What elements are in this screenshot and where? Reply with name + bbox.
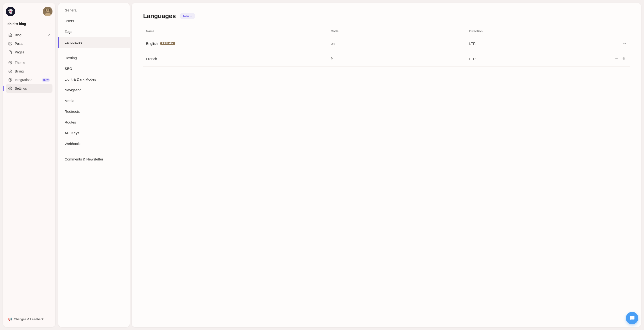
sidebar-item-label: Posts [15,42,23,46]
gear-icon [8,86,12,90]
col-actions [608,29,627,33]
svg-point-7 [10,62,11,63]
sidebar-item-label: Integrations [15,78,32,82]
blog-selector[interactable]: Ishini's blog ⌃ [6,20,52,28]
svg-point-16 [10,80,11,80]
sidebar-item-label: Billing [15,70,24,73]
pencil-icon [8,42,12,46]
main-header: Languages New + [143,12,630,20]
main-content: Languages New + Name Code Direction Engl… [132,3,641,327]
settings-item-comments[interactable]: Comments & Newsletter [58,154,130,164]
sidebar: 👻 Ishini's blog ⌃ Blog ↗ [3,3,55,327]
chevron-down-icon: ⌃ [49,22,52,26]
sidebar-item-label: Pages [15,50,24,54]
table-row: French fr LTR ✏ 🗑 [143,51,630,66]
delete-language-button[interactable]: 🗑 [621,56,627,62]
billing-icon [8,69,12,74]
integrations-icon [8,78,12,82]
settings-item-routes[interactable]: Routes [58,117,130,128]
changes-feedback-label: Changes & Feedback [14,317,44,321]
svg-point-15 [8,78,12,81]
sidebar-item-label: Blog [15,33,22,37]
settings-item-light-dark[interactable]: Light & Dark Modes [58,74,130,85]
col-direction: Direction [469,29,608,33]
svg-point-6 [8,61,12,64]
settings-item-api-keys[interactable]: API Keys [58,128,130,138]
blog-name: Ishini's blog [7,22,26,26]
settings-item-redirects[interactable]: Redirects [58,106,130,117]
sidebar-item-integrations[interactable]: Integrations NEW [6,76,52,84]
languages-table: Name Code Direction English PRIMARY en L… [143,29,630,66]
primary-badge: PRIMARY [160,42,175,45]
settings-divider [58,48,130,52]
language-name-cell: French [146,57,330,61]
edit-language-button[interactable]: ✏ [614,56,619,62]
sidebar-item-label: Theme [15,61,25,64]
table-row: English PRIMARY en LTR ✏ [143,36,630,51]
settings-item-seo[interactable]: SEO [58,63,130,74]
external-link-icon: ↗ [48,34,50,37]
language-name: English [146,42,158,46]
palette-icon [8,60,12,65]
sidebar-item-theme[interactable]: Theme [6,58,52,67]
language-code: fr [330,57,469,61]
language-name: French [146,57,157,61]
settings-panel: General Users Tags Languages Hosting SEO… [58,3,130,327]
sidebar-item-blog[interactable]: Blog ↗ [6,31,52,39]
megaphone-icon: 📢 [8,317,12,321]
settings-item-hosting[interactable]: Hosting [58,52,130,63]
sidebar-item-settings[interactable]: Settings [6,84,52,93]
user-avatar[interactable] [43,7,52,16]
app-logo-avatar: 👻 [6,7,15,16]
settings-item-navigation[interactable]: Navigation [58,85,130,96]
language-name-cell: English PRIMARY [146,42,330,46]
table-header: Name Code Direction [143,29,630,36]
page-title: Languages [143,12,176,20]
col-name: Name [146,29,330,33]
settings-item-general[interactable]: General [58,5,130,16]
language-direction: LTR [469,57,608,61]
settings-item-users[interactable]: Users [58,16,130,26]
sidebar-item-pages[interactable]: Pages [6,48,52,56]
settings-item-tags[interactable]: Tags [58,26,130,37]
language-code: en [330,42,469,46]
sidebar-item-billing[interactable]: Billing [6,67,52,76]
row-actions: ✏ [608,40,627,47]
settings-item-media[interactable]: Media [58,96,130,106]
chat-button[interactable] [626,312,638,324]
settings-divider-2 [58,149,130,154]
edit-language-button[interactable]: ✏ [622,40,627,47]
settings-item-languages[interactable]: Languages [58,37,130,48]
svg-point-17 [10,88,11,89]
sidebar-top: 👻 [6,7,52,16]
col-code: Code [330,29,469,33]
row-actions: ✏ 🗑 [608,56,627,62]
sidebar-item-label: Settings [15,86,27,90]
language-direction: LTR [469,42,608,46]
file-icon [8,50,12,54]
home-icon [8,33,12,37]
new-language-button[interactable]: New + [180,13,195,19]
settings-item-webhooks[interactable]: Webhooks [58,138,130,149]
changes-feedback-button[interactable]: 📢 Changes & Feedback [6,315,52,323]
sidebar-item-posts[interactable]: Posts [6,39,52,48]
new-badge: NEW [42,78,50,82]
